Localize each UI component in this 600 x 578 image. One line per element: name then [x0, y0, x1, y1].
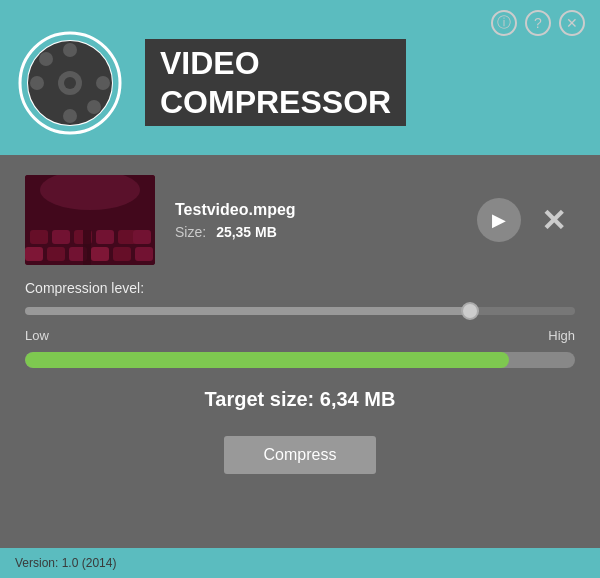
play-icon: ▶	[492, 209, 506, 231]
svg-point-9	[39, 52, 53, 66]
file-size-label: Size:	[175, 224, 206, 240]
info-button[interactable]: ⓘ	[491, 10, 517, 36]
remove-icon: ✕	[541, 203, 566, 238]
file-actions: ▶ ✕	[477, 198, 575, 242]
close-icon: ✕	[566, 15, 578, 31]
slider-labels: Low High	[25, 328, 575, 343]
main-content: Testvideo.mpeg Size: 25,35 MB ▶ ✕ Compre…	[0, 155, 600, 548]
file-size-value: 25,35 MB	[216, 224, 277, 240]
file-name: Testvideo.mpeg	[175, 201, 457, 219]
header: VIDEO COMPRESSOR ⓘ ? ✕	[0, 0, 600, 155]
play-button[interactable]: ▶	[477, 198, 521, 242]
svg-point-5	[63, 43, 77, 57]
svg-point-4	[64, 77, 76, 89]
compression-section: Compression level: Low High	[25, 280, 575, 368]
svg-point-6	[63, 109, 77, 123]
progress-bar-container	[25, 352, 575, 368]
close-button[interactable]: ✕	[559, 10, 585, 36]
slider-label-low: Low	[25, 328, 49, 343]
version-text: Version: 1.0 (2014)	[15, 556, 116, 570]
footer: Version: 1.0 (2014)	[0, 548, 600, 578]
header-controls: ⓘ ? ✕	[491, 10, 585, 36]
compression-label: Compression level:	[25, 280, 575, 296]
progress-bar-fill	[25, 352, 509, 368]
slider-container	[25, 301, 575, 319]
app-title-line1: VIDEO	[160, 44, 391, 82]
svg-point-7	[30, 76, 44, 90]
slider-label-high: High	[548, 328, 575, 343]
app-container: VIDEO COMPRESSOR ⓘ ? ✕	[0, 0, 600, 578]
remove-button[interactable]: ✕	[531, 198, 575, 242]
header-left: VIDEO COMPRESSOR	[15, 28, 406, 138]
svg-point-8	[96, 76, 110, 90]
svg-point-10	[87, 100, 101, 114]
help-icon: ?	[534, 15, 542, 31]
file-thumbnail	[25, 175, 155, 265]
svg-rect-27	[25, 175, 155, 265]
compress-button[interactable]: Compress	[224, 436, 377, 474]
target-size: Target size: 6,34 MB	[25, 388, 575, 411]
help-button[interactable]: ?	[525, 10, 551, 36]
app-title-line2: COMPRESSOR	[160, 83, 391, 121]
compression-slider[interactable]	[25, 307, 575, 315]
app-title-block: VIDEO COMPRESSOR	[145, 39, 406, 126]
film-reel-icon	[15, 28, 125, 138]
compress-btn-container: Compress	[25, 436, 575, 474]
file-details: Testvideo.mpeg Size: 25,35 MB	[175, 201, 457, 240]
app-title: VIDEO COMPRESSOR	[145, 39, 406, 126]
file-size-row: Size: 25,35 MB	[175, 224, 457, 240]
file-info-row: Testvideo.mpeg Size: 25,35 MB ▶ ✕	[25, 175, 575, 265]
info-icon: ⓘ	[497, 14, 511, 32]
